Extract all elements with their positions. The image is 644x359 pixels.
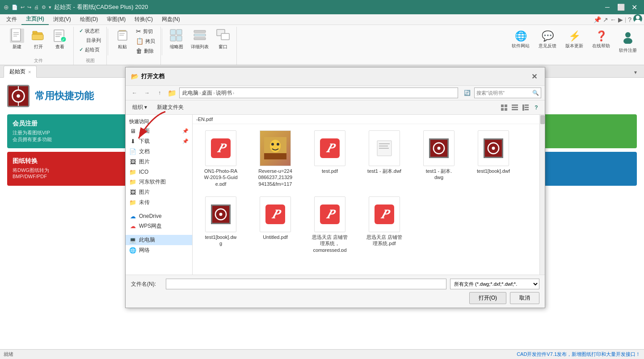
sidebar-desktop[interactable]: 🖥 桌面 📌 xyxy=(126,126,192,136)
pin-desktop-icon[interactable]: 📌 xyxy=(182,128,189,134)
paste-button[interactable]: 粘贴 xyxy=(113,27,132,52)
arrow-left-icon[interactable]: ← xyxy=(610,16,616,23)
new-folder-button[interactable]: 新建文件夹 xyxy=(154,102,187,113)
file-item-test-pdf[interactable]: 𝑃 test.pdf xyxy=(305,128,354,188)
sidebar-downloads[interactable]: ⬇ 下载 📌 xyxy=(126,136,192,146)
check-icon: ✓ xyxy=(53,29,67,43)
sidebar-hedong[interactable]: 📁 河东软件图 xyxy=(126,177,192,187)
file-group-label: 文件 xyxy=(7,57,70,65)
start-tab-close[interactable]: × xyxy=(28,69,31,75)
feedback-button[interactable]: 💬 意见反馈 xyxy=(535,29,560,51)
user-icon[interactable] xyxy=(633,14,642,25)
sidebar-network[interactable]: 🌐 网络 xyxy=(126,245,192,255)
file-icon-on1: 𝑃 xyxy=(203,130,239,166)
pin-icon[interactable]: 📌 xyxy=(593,16,601,23)
menu-home[interactable]: 主页(H) xyxy=(21,14,49,25)
dialog-close-button[interactable]: ✕ xyxy=(529,71,539,82)
arrow-right-icon[interactable]: ▶ xyxy=(618,16,623,23)
sidebar-picture2[interactable]: 🖼 图片 xyxy=(126,187,192,197)
directory-toggle[interactable]: 目录列 xyxy=(77,36,103,45)
file-item-test1-dwg[interactable]: test1 - 副本.dwg xyxy=(414,128,463,188)
copy-icon: 📋 xyxy=(136,38,143,45)
cancel-button[interactable]: 取消 xyxy=(510,292,539,304)
sidebar-documents[interactable]: 📄 文档 xyxy=(126,146,192,157)
window-button[interactable]: 窗口 xyxy=(213,27,233,52)
help-icon[interactable]: ? xyxy=(628,16,631,23)
dialog-back-button[interactable]: ← xyxy=(129,88,140,98)
sidebar-wps[interactable]: ☁ WPS网盘 xyxy=(126,221,192,231)
file-item-untitled[interactable]: 𝑃 Untitled.pdf xyxy=(251,194,300,255)
help-button[interactable]: ❓ 在线帮助 xyxy=(589,29,614,51)
sidebar-computer[interactable]: 💻 此电脑 xyxy=(126,235,192,245)
startpage-toggle[interactable]: ✓ 起给页 xyxy=(77,46,103,54)
check-button[interactable]: ✓ 查看 xyxy=(50,27,70,52)
delete-button[interactable]: 🗑 删除 xyxy=(134,46,157,55)
menu-review[interactable]: 审图(M) xyxy=(102,14,130,25)
website-button[interactable]: 🌐 软件网站 xyxy=(508,29,533,51)
dialog-search-input[interactable] xyxy=(475,90,530,96)
status-news[interactable]: CAD开发控件V7.1发布，新增图纸打印和大量开发接口！ xyxy=(517,351,640,358)
svg-rect-6 xyxy=(13,36,17,37)
partial-filename-bar: -EN.pdf xyxy=(193,115,539,124)
dialog-action-toolbar: 组织 ▾ 新建文件夹 ? xyxy=(126,100,545,115)
wps-icon: ☁ xyxy=(129,223,136,230)
file-item-on1[interactable]: 𝑃 ON1-Photo-RAW-2019-5-Guide.pdf xyxy=(196,128,245,188)
view-help-button[interactable]: ? xyxy=(531,103,541,113)
filetype-select[interactable]: 所有文件 (*.dwg;*.dxf;*.dwf;*. xyxy=(450,279,539,289)
ico-icon: 📁 xyxy=(129,168,136,175)
close-button[interactable]: ✕ xyxy=(628,1,640,13)
arrow-tool-icon[interactable]: ↗ xyxy=(603,16,608,23)
svg-rect-8 xyxy=(33,31,37,33)
dialog-search-icon[interactable]: 🔍 xyxy=(530,90,541,96)
register-button[interactable]: 软件注册 xyxy=(615,29,640,55)
view-details-button[interactable] xyxy=(521,103,530,113)
thumbnail-button[interactable]: 缩略图 xyxy=(167,27,186,52)
restore-button[interactable]: ⬜ xyxy=(615,1,627,13)
open-button[interactable]: 打开 xyxy=(29,27,48,52)
menu-convert[interactable]: 转换(C) xyxy=(130,14,157,25)
svg-rect-28 xyxy=(221,33,229,40)
file-item-reverse[interactable]: Reverse-u=2240866237,2132994135&fm=117&g… xyxy=(251,128,300,188)
file-item-test1-dwf[interactable]: test1 - 副本.dwf xyxy=(360,128,409,188)
sidebar-onedrive[interactable]: ☁ OneDrive xyxy=(126,211,192,221)
filename-input[interactable] xyxy=(166,279,446,289)
view-list-button[interactable] xyxy=(510,103,520,113)
cut-button[interactable]: ✂ 剪切 xyxy=(134,27,157,36)
copy-button[interactable]: 📋 拷贝 xyxy=(134,37,157,46)
dialog-refresh-button[interactable]: 🔄 xyxy=(462,88,472,98)
sidebar-pictures[interactable]: 🖼 图片 xyxy=(126,157,192,167)
menu-cloud[interactable]: 网盘(N) xyxy=(157,14,185,25)
organize-button[interactable]: 组织 ▾ xyxy=(129,102,150,113)
tab-scroll-button[interactable]: ▾ xyxy=(631,67,640,77)
menu-draw[interactable]: 绘图(D) xyxy=(76,14,103,25)
start-tab[interactable]: 起始页 × xyxy=(4,66,37,78)
dialog-up-button[interactable]: ↑ xyxy=(154,88,165,98)
scrollbar-thumb[interactable] xyxy=(540,115,545,124)
breadcrumb-pc[interactable]: 此电脑 xyxy=(182,89,198,97)
dialog-scrollbar[interactable] xyxy=(539,115,545,275)
breadcrumb-manual[interactable]: 说明书 xyxy=(216,89,232,97)
sidebar-ico[interactable]: 📁 ICO xyxy=(126,167,192,177)
dialog-forward-button[interactable]: → xyxy=(142,88,152,98)
new-button[interactable]: 新建 xyxy=(7,27,27,52)
file-item-book-dwf[interactable]: test1[book].dwf xyxy=(469,128,518,188)
open-confirm-button[interactable]: 打开(O) xyxy=(469,292,506,304)
file-item-sixun[interactable]: 𝑃 思迅天店 店铺管理系统.pdf xyxy=(360,194,409,255)
menu-browse[interactable]: 浏览(V) xyxy=(49,14,76,25)
file-item-sixun-compressed[interactable]: 𝑃 思迅天店 店铺管理系统，compressed.pdf xyxy=(305,194,354,255)
minimize-button[interactable]: ─ xyxy=(601,1,614,13)
file-item-book-dwg[interactable]: test1[book].dwg xyxy=(196,194,245,255)
dialog-search-box[interactable]: 🔍 xyxy=(474,88,541,98)
detail-button[interactable]: 详细列表 xyxy=(188,27,211,52)
menu-file[interactable]: 文件 xyxy=(2,14,21,25)
cut-icon: ✂ xyxy=(136,28,141,35)
title-bar-controls[interactable]: ─ ⬜ ✕ xyxy=(601,1,640,13)
view-grid-button[interactable] xyxy=(499,103,509,113)
pin-downloads-icon[interactable]: 📌 xyxy=(182,138,189,144)
statusbar-toggle[interactable]: ✓ 状态栏 xyxy=(77,27,103,35)
dialog-breadcrumb[interactable]: 此电脑 › 桌面 › 说明书 › xyxy=(179,88,458,98)
sidebar-untransferred[interactable]: 📁 未传 xyxy=(126,197,192,208)
breadcrumb-desktop[interactable]: 桌面 xyxy=(202,89,212,97)
startpage-check: ✓ xyxy=(79,47,83,53)
update-button[interactable]: ⚡ 版本更新 xyxy=(562,29,587,51)
